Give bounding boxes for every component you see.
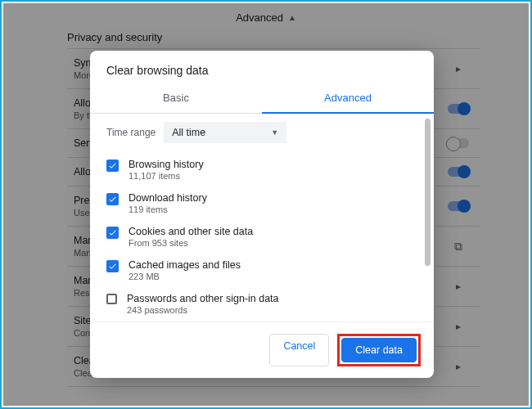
option-subtitle: 119 items — [128, 204, 207, 214]
checkbox[interactable] — [106, 160, 119, 172]
clear-data-option[interactable]: Passwords and other sign-in data243 pass… — [106, 287, 421, 321]
option-title: Passwords and other sign-in data — [127, 293, 279, 304]
clear-browsing-data-dialog: Clear browsing data Basic Advanced Time … — [90, 51, 434, 378]
option-subtitle: 11,107 items — [128, 171, 204, 181]
scrollbar-thumb[interactable] — [425, 119, 431, 266]
option-subtitle: 223 MB — [128, 272, 241, 281]
clear-data-option[interactable]: Download history119 items — [106, 187, 421, 220]
option-subtitle: From 953 sites — [128, 238, 253, 248]
checkbox[interactable] — [106, 294, 117, 304]
clear-data-option[interactable]: Browsing history11,107 items — [106, 153, 421, 187]
tab-advanced[interactable]: Advanced — [262, 83, 434, 114]
clear-data-button[interactable]: Clear data — [341, 338, 417, 362]
clear-data-option[interactable]: Cookies and other site dataFrom 953 site… — [106, 220, 421, 254]
clear-data-option[interactable]: Cached images and files223 MB — [106, 254, 421, 287]
tab-basic[interactable]: Basic — [90, 83, 262, 114]
option-title: Cookies and other site data — [128, 226, 253, 237]
checkbox[interactable] — [106, 227, 119, 239]
cancel-button[interactable]: Cancel — [269, 334, 329, 366]
time-range-select[interactable]: All time ▼ — [164, 122, 286, 143]
option-title: Download history — [128, 192, 207, 204]
option-title: Browsing history — [128, 159, 204, 170]
option-title: Cached images and files — [128, 259, 241, 271]
time-range-label: Time range — [106, 127, 156, 138]
highlight-box: Clear data — [337, 334, 421, 366]
chevron-down-icon: ▼ — [271, 128, 278, 137]
option-subtitle: 243 passwords — [127, 305, 279, 315]
clear-data-option[interactable]: Autofill form data — [106, 321, 421, 321]
checkbox[interactable] — [106, 193, 119, 205]
dialog-title: Clear browsing data — [90, 51, 434, 83]
checkbox[interactable] — [106, 260, 119, 272]
time-range-value: All time — [172, 127, 205, 138]
